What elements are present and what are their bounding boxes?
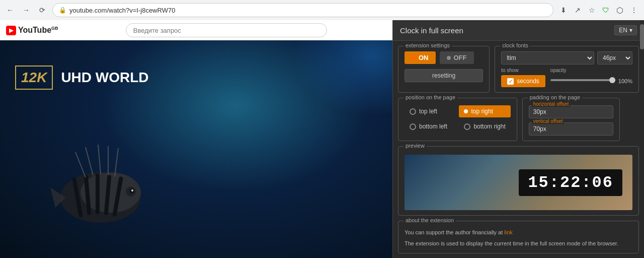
popup-body: extension settings ON OFF resetting <box>393 41 644 258</box>
svg-point-14 <box>131 189 133 191</box>
padding-label: padding on the page <box>528 94 582 100</box>
radio-top-left <box>410 108 416 115</box>
browser-actions: ⬇ ↗ ☆ 🛡 ⬡ ⋮ <box>557 4 640 16</box>
popup-header: Clock in full screen EN ▾ <box>393 20 644 41</box>
radio-bottom-left <box>410 123 416 130</box>
preview-area: 15:22:06 <box>405 155 632 210</box>
position-top-left[interactable]: top left <box>405 105 456 117</box>
radio-top-right <box>464 109 468 113</box>
video-title: UHD WORLD <box>61 70 148 86</box>
position-padding-row: position on the page top left top right <box>398 98 639 141</box>
off-indicator <box>447 56 451 60</box>
position-label: position on the page <box>404 94 457 100</box>
opacity-label: opacity <box>550 68 632 73</box>
language-selector[interactable]: EN ▾ <box>614 25 637 35</box>
vertical-offset-input[interactable] <box>529 122 613 136</box>
fish-svg <box>25 107 176 258</box>
about-description: The extension is used to display the cur… <box>405 239 632 248</box>
font-row: ltim 12px14px16px18px20px24px28px32px36p… <box>501 51 632 64</box>
search-input[interactable] <box>126 23 327 37</box>
to-show-label: to show <box>501 68 545 73</box>
extension-settings-label: extension settings <box>404 42 452 48</box>
clock-display: 15:22:06 <box>519 169 622 196</box>
horizontal-offset-input[interactable] <box>529 105 613 118</box>
about-section: about the extension You can support the … <box>398 221 639 253</box>
svg-line-8 <box>86 147 93 175</box>
youtube-header: ▶ YouTubeGB <box>0 20 392 40</box>
clock-fonts-label: clock fonts <box>500 42 530 48</box>
toggle-on-button[interactable]: ON <box>405 51 436 64</box>
radio-bottom-right <box>464 123 470 130</box>
position-grid: top left top right bottom left <box>405 105 511 133</box>
svg-rect-4 <box>96 174 100 214</box>
lock-icon: 🔒 <box>59 7 66 14</box>
url-text: youtube.com/watch?v=I-j8cewRW70 <box>69 7 547 14</box>
extension-popup: Clock in full screen EN ▾ extension sett… <box>392 20 644 258</box>
scrollbar-track[interactable] <box>640 20 644 258</box>
reset-button[interactable]: resetting <box>405 69 483 82</box>
menu-button[interactable]: ⋮ <box>628 4 640 16</box>
video-content: 12K UHD WORLD <box>0 40 392 258</box>
to-show-section: to show ✓ seconds <box>501 68 545 87</box>
opacity-value: 100% <box>618 78 632 84</box>
main-area: ▶ YouTubeGB <box>0 20 644 258</box>
shield-icon[interactable]: 🛡 <box>600 4 612 16</box>
preview-section: preview 15:22:06 <box>398 146 639 216</box>
opacity-section: opacity 100% <box>550 68 632 84</box>
yt-logo-text: YouTubeGB <box>18 26 58 35</box>
extensions-icon[interactable]: ⬡ <box>614 4 626 16</box>
search-bar[interactable] <box>126 23 327 37</box>
youtube-video-area: ▶ YouTubeGB <box>0 20 392 258</box>
popup-title: Clock in full screen <box>400 26 463 35</box>
position-bottom-left[interactable]: bottom left <box>405 120 456 133</box>
svg-line-7 <box>75 152 86 177</box>
opacity-slider[interactable] <box>550 79 615 81</box>
padding-fields: horizontal offset vertical offset <box>529 105 613 136</box>
scrollbar-thumb[interactable] <box>640 24 644 49</box>
video-title-overlay: 12K UHD WORLD <box>15 66 149 90</box>
preview-label: preview <box>404 143 427 149</box>
forward-button[interactable]: → <box>20 4 32 16</box>
toggle-off-button[interactable]: OFF <box>440 51 474 64</box>
horizontal-offset-label: horizontal offset <box>532 101 570 107</box>
reload-button[interactable]: ⟳ <box>36 4 48 16</box>
download-icon[interactable]: ⬇ <box>557 4 570 16</box>
show-opacity-row: to show ✓ seconds opacity 100% <box>501 68 632 87</box>
seconds-toggle-button[interactable]: ✓ seconds <box>501 75 545 87</box>
svg-line-9 <box>98 145 101 174</box>
checkbox-icon: ✓ <box>507 78 514 85</box>
position-top-right[interactable]: top right <box>459 105 510 117</box>
opacity-slider-row: 100% <box>550 76 632 84</box>
svg-line-11 <box>115 148 118 176</box>
back-button[interactable]: ← <box>4 4 16 16</box>
vertical-offset-label: vertical offset <box>532 118 565 124</box>
yt-icon: ▶ <box>6 26 16 35</box>
about-label: about the extension <box>404 217 456 223</box>
toggle-row: ON OFF <box>405 51 483 64</box>
address-bar[interactable]: 🔒 youtube.com/watch?v=I-j8cewRW70 <box>52 3 553 17</box>
about-text: You can support the author financially a… <box>405 228 632 237</box>
padding-section: padding on the page horizontal offset ve… <box>522 98 620 141</box>
vertical-offset-group: vertical offset <box>529 122 613 136</box>
font-name-select[interactable]: ltim <box>501 51 594 64</box>
clock-fonts-section: clock fonts ltim 12px14px16px18px20px24p… <box>495 46 639 93</box>
share-icon[interactable]: ↗ <box>572 4 584 16</box>
horizontal-offset-group: horizontal offset <box>529 105 613 118</box>
about-link[interactable]: link <box>504 229 513 235</box>
bookmark-icon[interactable]: ☆ <box>586 4 598 16</box>
youtube-logo[interactable]: ▶ YouTubeGB <box>6 26 58 35</box>
resolution-badge: 12K <box>15 66 53 90</box>
extension-settings-section: extension settings ON OFF resetting <box>398 46 490 93</box>
position-bottom-right[interactable]: bottom right <box>459 120 510 133</box>
position-section: position on the page top left top right <box>398 98 517 141</box>
font-size-select[interactable]: 12px14px16px18px20px24px28px32px36px40px… <box>597 51 632 64</box>
on-indicator <box>412 56 416 60</box>
chevron-down-icon: ▾ <box>629 27 632 34</box>
top-sections-row: extension settings ON OFF resetting <box>398 46 639 93</box>
browser-chrome: ← → ⟳ 🔒 youtube.com/watch?v=I-j8cewRW70 … <box>0 0 644 20</box>
video-background: 12K UHD WORLD <box>0 40 392 258</box>
